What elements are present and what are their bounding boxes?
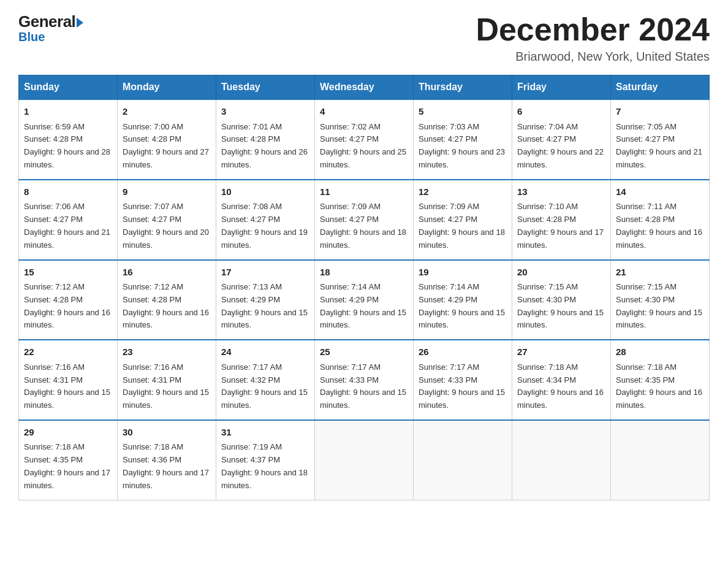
calendar-cell: 26Sunrise: 7:17 AMSunset: 4:33 PMDayligh… (414, 340, 512, 420)
day-info: Sunrise: 7:02 AMSunset: 4:27 PMDaylight:… (320, 122, 406, 169)
calendar-header-row: SundayMondayTuesdayWednesdayThursdayFrid… (19, 75, 710, 100)
calendar-cell: 15Sunrise: 7:12 AMSunset: 4:28 PMDayligh… (19, 260, 118, 340)
calendar-cell: 29Sunrise: 7:18 AMSunset: 4:35 PMDayligh… (19, 420, 118, 500)
day-number: 5 (419, 105, 507, 119)
day-info: Sunrise: 7:09 AMSunset: 4:27 PMDaylight:… (419, 202, 505, 249)
calendar-cell: 14Sunrise: 7:11 AMSunset: 4:28 PMDayligh… (611, 180, 710, 260)
day-number: 6 (517, 105, 605, 119)
calendar-cell: 4Sunrise: 7:02 AMSunset: 4:27 PMDaylight… (315, 99, 414, 180)
calendar-cell: 31Sunrise: 7:19 AMSunset: 4:37 PMDayligh… (216, 420, 315, 500)
calendar-cell (611, 420, 710, 500)
day-number: 2 (123, 105, 211, 119)
page-header: General Blue December 2024 Briarwood, Ne… (18, 12, 710, 64)
day-info: Sunrise: 7:16 AMSunset: 4:31 PMDaylight:… (123, 362, 209, 410)
day-number: 16 (123, 266, 211, 280)
day-number: 24 (221, 345, 309, 359)
week-row-2: 8Sunrise: 7:06 AMSunset: 4:27 PMDaylight… (19, 180, 710, 260)
day-info: Sunrise: 7:01 AMSunset: 4:28 PMDaylight:… (221, 122, 308, 169)
calendar-cell (414, 420, 512, 500)
header-saturday: Saturday (611, 75, 710, 100)
calendar-cell (512, 420, 611, 500)
day-info: Sunrise: 7:05 AMSunset: 4:27 PMDaylight:… (616, 122, 702, 169)
day-number: 3 (221, 105, 309, 119)
day-info: Sunrise: 7:11 AMSunset: 4:28 PMDaylight:… (616, 202, 702, 249)
day-number: 23 (123, 345, 211, 359)
week-row-4: 22Sunrise: 7:16 AMSunset: 4:31 PMDayligh… (19, 340, 710, 420)
day-info: Sunrise: 7:08 AMSunset: 4:27 PMDaylight:… (221, 202, 308, 249)
day-info: Sunrise: 7:14 AMSunset: 4:29 PMDaylight:… (419, 282, 505, 329)
day-info: Sunrise: 7:19 AMSunset: 4:37 PMDaylight:… (221, 442, 308, 489)
calendar-cell: 17Sunrise: 7:13 AMSunset: 4:29 PMDayligh… (216, 260, 315, 340)
header-sunday: Sunday (19, 75, 118, 100)
calendar-cell: 28Sunrise: 7:18 AMSunset: 4:35 PMDayligh… (611, 340, 710, 420)
day-number: 10 (221, 185, 309, 199)
calendar-cell: 18Sunrise: 7:14 AMSunset: 4:29 PMDayligh… (315, 260, 414, 340)
week-row-1: 1Sunrise: 6:59 AMSunset: 4:28 PMDaylight… (19, 99, 710, 180)
day-number: 11 (320, 185, 408, 199)
day-number: 29 (24, 426, 112, 440)
day-info: Sunrise: 7:03 AMSunset: 4:27 PMDaylight:… (419, 122, 505, 169)
calendar-cell: 8Sunrise: 7:06 AMSunset: 4:27 PMDaylight… (19, 180, 118, 260)
day-number: 17 (221, 266, 309, 280)
day-info: Sunrise: 7:13 AMSunset: 4:29 PMDaylight:… (221, 282, 308, 329)
logo-text: General (18, 12, 83, 31)
day-info: Sunrise: 7:09 AMSunset: 4:27 PMDaylight:… (320, 202, 406, 249)
header-tuesday: Tuesday (216, 75, 315, 100)
calendar-cell (315, 420, 414, 500)
day-info: Sunrise: 7:17 AMSunset: 4:32 PMDaylight:… (221, 362, 308, 410)
day-info: Sunrise: 7:15 AMSunset: 4:30 PMDaylight:… (517, 282, 604, 329)
day-info: Sunrise: 7:04 AMSunset: 4:27 PMDaylight:… (517, 122, 604, 169)
day-info: Sunrise: 7:00 AMSunset: 4:28 PMDaylight:… (123, 122, 209, 169)
week-row-5: 29Sunrise: 7:18 AMSunset: 4:35 PMDayligh… (19, 420, 710, 500)
calendar-cell: 1Sunrise: 6:59 AMSunset: 4:28 PMDaylight… (19, 99, 118, 180)
day-info: Sunrise: 7:18 AMSunset: 4:34 PMDaylight:… (517, 362, 604, 410)
title-block: December 2024 Briarwood, New York, Unite… (476, 12, 710, 64)
calendar-cell: 20Sunrise: 7:15 AMSunset: 4:30 PMDayligh… (512, 260, 611, 340)
calendar-cell: 21Sunrise: 7:15 AMSunset: 4:30 PMDayligh… (611, 260, 710, 340)
day-number: 30 (123, 426, 211, 440)
calendar-cell: 16Sunrise: 7:12 AMSunset: 4:28 PMDayligh… (118, 260, 216, 340)
calendar-table: SundayMondayTuesdayWednesdayThursdayFrid… (18, 75, 710, 500)
day-number: 14 (616, 185, 704, 199)
day-info: Sunrise: 7:12 AMSunset: 4:28 PMDaylight:… (123, 282, 209, 329)
day-info: Sunrise: 7:18 AMSunset: 4:35 PMDaylight:… (616, 362, 702, 410)
day-number: 12 (419, 185, 507, 199)
calendar-cell: 19Sunrise: 7:14 AMSunset: 4:29 PMDayligh… (414, 260, 512, 340)
calendar-cell: 3Sunrise: 7:01 AMSunset: 4:28 PMDaylight… (216, 99, 315, 180)
day-info: Sunrise: 7:06 AMSunset: 4:27 PMDaylight:… (24, 202, 110, 249)
calendar-cell: 25Sunrise: 7:17 AMSunset: 4:33 PMDayligh… (315, 340, 414, 420)
day-number: 25 (320, 345, 408, 359)
day-info: Sunrise: 6:59 AMSunset: 4:28 PMDaylight:… (24, 122, 110, 169)
calendar-cell: 7Sunrise: 7:05 AMSunset: 4:27 PMDaylight… (611, 99, 710, 180)
logo-sub: Blue (18, 30, 45, 44)
day-info: Sunrise: 7:07 AMSunset: 4:27 PMDaylight:… (123, 202, 209, 249)
day-info: Sunrise: 7:16 AMSunset: 4:31 PMDaylight:… (24, 362, 110, 410)
month-title: December 2024 (476, 12, 710, 47)
location: Briarwood, New York, United States (476, 50, 710, 64)
day-info: Sunrise: 7:17 AMSunset: 4:33 PMDaylight:… (320, 362, 406, 410)
day-info: Sunrise: 7:12 AMSunset: 4:28 PMDaylight:… (24, 282, 110, 329)
header-friday: Friday (512, 75, 611, 100)
calendar-cell: 11Sunrise: 7:09 AMSunset: 4:27 PMDayligh… (315, 180, 414, 260)
calendar-cell: 27Sunrise: 7:18 AMSunset: 4:34 PMDayligh… (512, 340, 611, 420)
day-info: Sunrise: 7:18 AMSunset: 4:35 PMDaylight:… (24, 442, 110, 489)
header-wednesday: Wednesday (315, 75, 414, 100)
day-info: Sunrise: 7:15 AMSunset: 4:30 PMDaylight:… (616, 282, 702, 329)
calendar-cell: 22Sunrise: 7:16 AMSunset: 4:31 PMDayligh… (19, 340, 118, 420)
day-number: 18 (320, 266, 408, 280)
day-number: 9 (123, 185, 211, 199)
day-number: 21 (616, 266, 704, 280)
calendar-cell: 6Sunrise: 7:04 AMSunset: 4:27 PMDaylight… (512, 99, 611, 180)
day-info: Sunrise: 7:10 AMSunset: 4:28 PMDaylight:… (517, 202, 604, 249)
day-number: 26 (419, 345, 507, 359)
day-number: 7 (616, 105, 704, 119)
calendar-cell: 12Sunrise: 7:09 AMSunset: 4:27 PMDayligh… (414, 180, 512, 260)
day-number: 1 (24, 105, 112, 119)
day-number: 4 (320, 105, 408, 119)
day-number: 19 (419, 266, 507, 280)
header-monday: Monday (118, 75, 216, 100)
calendar-cell: 2Sunrise: 7:00 AMSunset: 4:28 PMDaylight… (118, 99, 216, 180)
day-info: Sunrise: 7:14 AMSunset: 4:29 PMDaylight:… (320, 282, 406, 329)
calendar-cell: 9Sunrise: 7:07 AMSunset: 4:27 PMDaylight… (118, 180, 216, 260)
header-thursday: Thursday (414, 75, 512, 100)
